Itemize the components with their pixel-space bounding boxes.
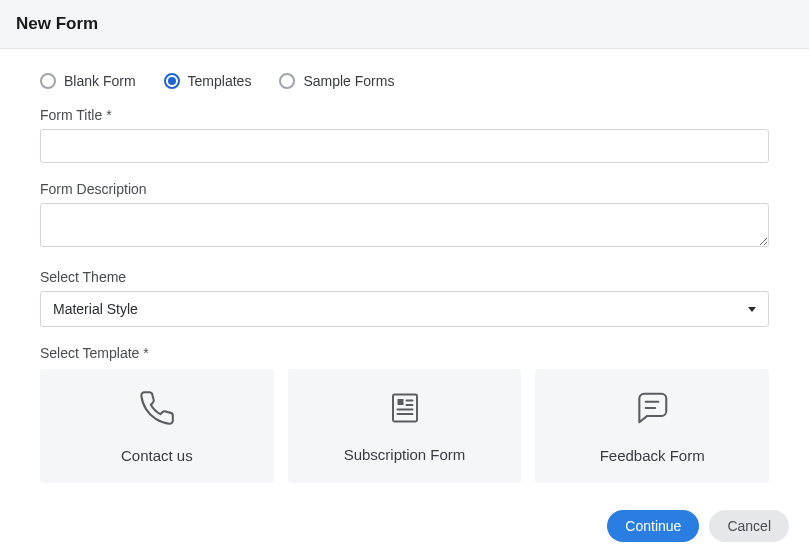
radio-label: Blank Form xyxy=(64,73,136,89)
template-feedback-form[interactable]: Feedback Form xyxy=(535,369,769,483)
phone-icon xyxy=(138,389,176,431)
template-label: Subscription Form xyxy=(344,446,466,463)
radio-templates[interactable]: Templates xyxy=(164,73,252,89)
templates-row: Contact us Subscription Form xyxy=(40,369,769,483)
radio-icon xyxy=(164,73,180,89)
required-mark: * xyxy=(106,107,111,123)
radio-label: Templates xyxy=(188,73,252,89)
form-description-label: Form Description xyxy=(40,181,769,197)
dialog-title: New Form xyxy=(16,14,793,34)
dialog-header: New Form xyxy=(0,0,809,49)
form-type-group: Blank Form Templates Sample Forms xyxy=(40,73,769,89)
required-mark: * xyxy=(143,345,148,361)
radio-label: Sample Forms xyxy=(303,73,394,89)
select-template-label: Select Template * xyxy=(40,345,769,361)
template-label: Feedback Form xyxy=(600,447,705,464)
chat-icon xyxy=(633,389,671,431)
chevron-down-icon xyxy=(748,307,756,312)
cancel-button[interactable]: Cancel xyxy=(709,510,789,542)
label-text: Select Template xyxy=(40,345,139,361)
template-subscription-form[interactable]: Subscription Form xyxy=(288,369,522,483)
dialog-content: Blank Form Templates Sample Forms Form T… xyxy=(0,49,809,507)
select-theme-dropdown[interactable]: Material Style xyxy=(40,291,769,327)
radio-blank-form[interactable]: Blank Form xyxy=(40,73,136,89)
template-label: Contact us xyxy=(121,447,193,464)
label-text: Form Title xyxy=(40,107,102,123)
continue-button[interactable]: Continue xyxy=(607,510,699,542)
form-description-group: Form Description xyxy=(40,181,769,251)
dialog-footer: Continue Cancel xyxy=(607,510,789,542)
form-title-label: Form Title * xyxy=(40,107,769,123)
form-title-input[interactable] xyxy=(40,129,769,163)
radio-icon xyxy=(40,73,56,89)
select-theme-group: Select Theme Material Style xyxy=(40,269,769,327)
radio-sample-forms[interactable]: Sample Forms xyxy=(279,73,394,89)
select-theme-value: Material Style xyxy=(53,301,138,317)
form-title-group: Form Title * xyxy=(40,107,769,163)
document-icon xyxy=(387,390,423,430)
template-contact-us[interactable]: Contact us xyxy=(40,369,274,483)
svg-rect-1 xyxy=(397,399,403,405)
svg-rect-0 xyxy=(393,394,417,421)
form-description-input[interactable] xyxy=(40,203,769,247)
select-theme-label: Select Theme xyxy=(40,269,769,285)
radio-icon xyxy=(279,73,295,89)
select-template-group: Select Template * Contact us xyxy=(40,345,769,483)
